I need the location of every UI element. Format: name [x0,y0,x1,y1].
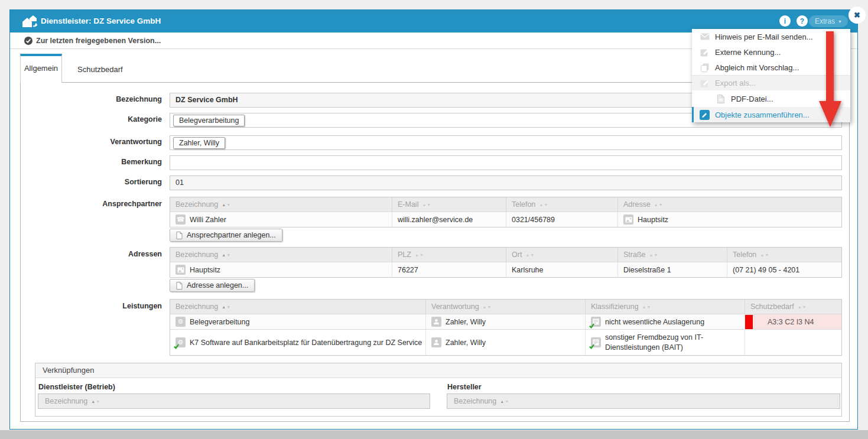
column-header[interactable]: Telefon [727,248,841,262]
sort-icon [760,253,769,257]
bezeichnung-label: Bezeichnung [38,95,162,103]
column-header[interactable]: Ort [506,248,618,262]
bemerkung-field[interactable] [170,155,842,170]
dienstleister-icon [22,15,38,31]
verknuepfungen-title: Verknüpfungen [35,363,841,378]
hersteller-empty-table[interactable]: Bezeichnung [447,394,840,409]
contact-icon: ☎ [175,214,186,225]
service-gear-icon: ⚙ [175,337,186,347]
address-icon [175,265,186,275]
ansprechpartner-header-row: Bezeichnung E-Mail Telefon Adresse [170,197,841,212]
tab-schutzbedarf[interactable]: Schutzbedarf [70,54,130,82]
last-released-version-link[interactable]: Zur letzten freigegebenen Version... [24,32,161,49]
sort-icon [539,203,548,207]
adresse-anlegen-button[interactable]: Adresse anlegen... [170,279,255,292]
column-header[interactable]: Bezeichnung [170,300,426,314]
menu-item-label: Abgleich mit Vorschlag... [715,63,799,72]
person-icon [431,337,441,347]
adressen-label: Adressen [38,250,162,258]
sort-icon [500,399,509,404]
dienstleister-window: Dienstleister: DZ Service GmbH i ? Extra… [9,9,858,430]
table-row[interactable]: ⚙Belegverarbeitung Zahler, Willy nicht w… [170,314,841,329]
column-header[interactable]: Telefon [506,197,618,212]
menu-item-label: Objekte zusammenführen... [715,110,810,119]
sort-icon [654,203,664,207]
button-label: Adresse anlegen... [187,281,248,290]
button-label: Ansprechpartner anlegen... [187,231,276,239]
person-icon [431,317,441,327]
red-arrow-head [819,101,841,127]
dienstleister-betrieb-label: Dienstleister (Betrieb) [38,383,115,391]
column-header[interactable]: Verantwortung [426,300,586,314]
close-button[interactable]: ✖ [849,6,866,24]
kategorie-chip[interactable]: Belegverarbeitung [173,115,245,126]
envelope-icon [700,33,710,40]
pdf-file-icon [716,95,726,103]
sortierung-field: 01 [170,175,842,190]
extras-button-label: Extras [815,17,835,25]
sort-icon [642,305,652,309]
column-header-label: Bezeichnung [45,397,87,405]
schutzbedarf-red-indicator [745,315,753,329]
leistungen-table: Bezeichnung Verantwortung Klassifizierun… [170,299,842,356]
check-icon [174,344,179,349]
table-row[interactable]: ⚙K7 Software auf Bankarbeitsplatz für Da… [170,329,841,355]
menu-item-label: Externe Kennung... [715,48,781,57]
new-document-icon [176,232,183,239]
verantwortung-chip[interactable]: Zahler, Willy [173,137,225,149]
sort-icon [422,203,431,207]
export-icon [700,79,710,87]
window-title: Dienstleister: DZ Service GmbH [41,10,161,32]
column-header[interactable]: Adresse [618,197,841,212]
sort-icon [649,253,659,257]
hersteller-label: Hersteller [447,383,482,391]
extras-button[interactable]: Extras ▼ [809,15,848,27]
column-header-label: Bezeichnung [454,397,496,405]
help-button[interactable]: ? [797,15,808,27]
merge-edit-icon [700,110,710,120]
sort-icon [483,305,492,309]
new-document-icon [176,282,183,290]
column-header[interactable]: Straße [618,248,727,262]
verantwortung-field[interactable]: Zahler, Willy [170,135,842,150]
sortierung-label: Sortierung [38,178,162,186]
check-circle-icon [24,37,32,45]
sort-icon [91,399,100,404]
sort-icon [415,253,424,257]
service-gear-icon: ⚙ [175,317,186,327]
classification-icon [591,317,601,327]
column-header[interactable]: Schutzbedarf [745,300,841,314]
check-icon [589,323,594,329]
sort-icon [798,305,807,309]
bemerkung-label: Bemerkung [38,158,162,166]
address-icon [623,214,633,225]
sort-icon [222,253,231,257]
adressen-table: Bezeichnung PLZ Ort Straße Telefon Haupt… [170,247,842,278]
table-row[interactable]: ☎Willi Zahler willi.zahler@service.de 03… [170,212,841,227]
sort-icon [222,305,231,309]
red-arrow-shaft [826,31,834,101]
edit-icon [700,48,710,57]
info-button[interactable]: i [779,15,791,27]
copy-icon [700,63,710,72]
column-header[interactable]: Bezeichnung [170,197,392,212]
menu-item-label: Export als... [715,79,756,87]
leistungen-header-row: Bezeichnung Verantwortung Klassifizierun… [170,300,841,314]
leistungen-label: Leistungen [38,302,162,310]
schutzbedarf-cell: A3:3 C2 I3 N4 [745,314,841,329]
tab-panel-allgemein: Bezeichnung DZ Service GmbH Kategorie Be… [20,82,850,422]
verantwortung-label: Verantwortung [38,138,162,146]
table-row[interactable]: Hauptsitz 76227 Karlsruhe Dieselstraße 1… [170,262,841,277]
dienstleister-betrieb-empty-table[interactable]: Bezeichnung [38,394,430,409]
bottom-strip [0,430,868,439]
column-header[interactable]: E-Mail [392,197,506,212]
adressen-header-row: Bezeichnung PLZ Ort Straße Telefon [170,248,841,262]
ansprechpartner-table: Bezeichnung E-Mail Telefon Adresse ☎Will… [170,197,842,227]
sort-icon [525,253,535,257]
tab-allgemein[interactable]: Allgemein [20,54,62,83]
column-header[interactable]: Klassifizierung [586,300,745,314]
column-header[interactable]: Bezeichnung [170,248,392,262]
column-header[interactable]: PLZ [392,248,506,262]
ansprechpartner-anlegen-button[interactable]: Ansprechpartner anlegen... [170,229,282,242]
sort-icon [222,203,231,207]
